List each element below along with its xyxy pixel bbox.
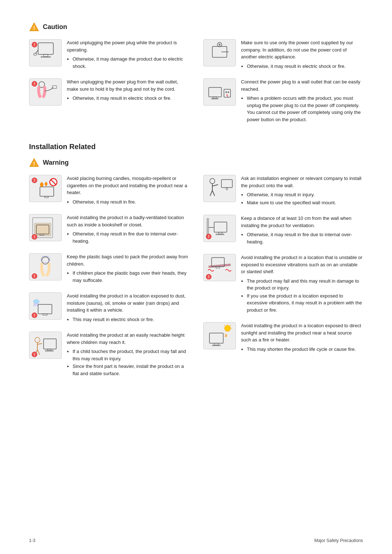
warn-1-bullet-0: Otherwise, it may result in fire. [73, 198, 189, 206]
warn-8-main: Avoid installing the product in a locati… [241, 322, 363, 344]
warning-item-2: ! Avoid installing the product in a badl… [29, 214, 189, 245]
svg-text:!: ! [34, 235, 35, 239]
warning-img-1: ! [29, 175, 62, 202]
svg-text:!: ! [33, 25, 35, 31]
svg-point-73 [225, 325, 230, 331]
warn-8-bullet-0: This may shorten the product life cycle … [247, 346, 363, 353]
warn-6-main: Avoid installing the product in a locati… [67, 292, 189, 314]
svg-text:!: ! [34, 82, 35, 86]
caution-1-bullet-0: Otherwise, it may damage the product due… [73, 56, 189, 70]
svg-text:!: ! [34, 178, 35, 182]
warning-img-7: ! [29, 332, 62, 359]
warning-text-5b: Avoid installing the product in a locati… [241, 254, 363, 314]
warning-img-5b: ! [203, 254, 236, 281]
caution-right-col: Make sure to use only the power cord sup… [203, 39, 363, 132]
warn-3-main: Keep the plastic bags used to pack the p… [67, 253, 189, 267]
warn-2-bullet-0: Otherwise, it may result in fire due to … [73, 230, 189, 245]
caution-columns: ! Avoid unplugging the power plug while … [29, 39, 363, 132]
warning-right-col: Ask an installation engineer or relevant… [203, 175, 363, 386]
svg-text:!: ! [33, 161, 35, 167]
svg-rect-54 [45, 350, 53, 351]
svg-rect-2 [38, 43, 53, 54]
svg-rect-78 [209, 333, 223, 343]
warning-text-6: Avoid installing the product in a locati… [67, 292, 189, 324]
svg-rect-52 [44, 339, 56, 349]
warn-4-bullet-1: Make sure to use the specified wall moun… [247, 199, 363, 206]
svg-text:!: ! [34, 353, 35, 357]
warn-4-main: Ask an installation engineer or relevant… [241, 175, 363, 189]
caution-icon: ! [29, 22, 39, 32]
warn-2-main: Avoid installing the product in a badly-… [67, 214, 189, 228]
warn-5-main: Keep a distance of at least 10 cm from t… [241, 215, 363, 229]
warning-item-8: Avoid installing the product in a locati… [203, 322, 363, 353]
svg-point-58 [210, 178, 215, 184]
warning-text-7: Avoid installing the product at an easil… [67, 332, 189, 378]
svg-rect-3 [44, 54, 48, 57]
warn-7-main: Avoid installing the product at an easil… [67, 332, 189, 346]
warning-item-3: ! Keep the plastic bags used to pack the… [29, 253, 189, 284]
svg-rect-44 [38, 304, 52, 314]
svg-rect-60 [226, 188, 228, 190]
svg-line-48 [36, 303, 36, 306]
warning-icon: ! [29, 157, 39, 168]
svg-rect-80 [212, 345, 220, 346]
caution-4-main: Connect the power plug to a wall outlet … [241, 78, 363, 93]
warning-item-1: ! Avoid placing burning candles, mosquit… [29, 175, 189, 206]
caution-item-4: Connect the power plug to a wall outlet … [203, 78, 363, 124]
svg-rect-62 [214, 222, 227, 232]
warn-5b-main: Avoid installing the product in a locati… [241, 254, 363, 275]
caution-text-3: Make sure to use only the power cord sup… [241, 39, 363, 70]
svg-rect-18 [209, 87, 221, 97]
caution-header: ! Caution [29, 22, 363, 32]
caution-item-1: ! Avoid unplugging the power plug while … [29, 39, 189, 70]
warn-4-bullet-0: Otherwise, it may result in injury. [247, 191, 363, 198]
svg-point-28 [40, 182, 43, 187]
warning-img-2: ! [29, 214, 62, 241]
svg-rect-4 [41, 57, 50, 57]
svg-line-77 [224, 325, 225, 326]
svg-point-55 [35, 337, 40, 342]
caution-item-2: ! When unplugging the power plug from th… [29, 78, 189, 106]
warning-header: ! Warning [29, 157, 363, 168]
svg-rect-20 [212, 98, 218, 99]
caution-1-main: Avoid unplugging the power plug while th… [67, 39, 189, 53]
svg-point-22 [225, 91, 227, 93]
warning-item-6: ! Avoid installing the product in a loca… [29, 292, 189, 324]
caution-item-3: Make sure to use only the power cord sup… [203, 39, 363, 70]
warning-text-5: Keep a distance of at least 10 cm from t… [241, 215, 363, 246]
warn-6-bullet-0: This may result in electric shock or fir… [73, 316, 189, 323]
svg-line-76 [230, 325, 231, 326]
warning-img-4 [203, 175, 236, 202]
footer: 1-3 Major Safety Precautions [29, 538, 363, 543]
warn-5-bullet-0: Otherwise, it may result in fire due to … [247, 231, 363, 245]
svg-line-47 [34, 303, 34, 306]
warn-5b-bullet-1: If you use the product in a location exp… [247, 292, 363, 314]
caution-title: Caution [43, 23, 67, 31]
caution-text-4: Connect the power plug to a wall outlet … [241, 78, 363, 124]
caution-text-1: Avoid unplugging the power plug while th… [67, 39, 189, 70]
warn-3-bullet-0: If children place the plastic bags over … [73, 270, 189, 284]
warning-text-1: Avoid placing burning candles, mosquito-… [67, 175, 189, 206]
warning-text-2: Avoid installing the product in a badly-… [67, 214, 189, 245]
footer-title: Major Safety Precautions [314, 538, 363, 543]
svg-text:!: ! [34, 43, 35, 47]
svg-point-29 [45, 182, 47, 186]
page-content: ! Caution ! [0, 0, 392, 422]
svg-rect-26 [40, 187, 54, 196]
warning-text-4: Ask an installation engineer or relevant… [241, 175, 363, 207]
warning-img-3: ! [29, 253, 62, 280]
caution-3-bullet-0: Otherwise, it may result in electric sho… [247, 63, 363, 70]
warning-columns: ! Avoid placing burning candles, mosquit… [29, 175, 363, 386]
warning-item-4: Ask an installation engineer or relevant… [203, 175, 363, 207]
warning-left-col: ! Avoid placing burning candles, mosquit… [29, 175, 189, 386]
caution-4-bullet-0: When a problem occurs with the product, … [247, 95, 363, 123]
footer-page: 1-3 [29, 538, 35, 543]
warning-title: Warning [43, 159, 69, 167]
warning-text-3: Keep the plastic bags used to pack the p… [67, 253, 189, 284]
caution-img-1: ! [29, 39, 62, 66]
warn-5b-bullet-0: The product may fall and this may result… [247, 278, 363, 292]
caution-left-col: ! Avoid unplugging the power plug while … [29, 39, 189, 132]
svg-line-31 [51, 180, 56, 185]
svg-rect-64 [216, 234, 224, 235]
svg-text:!: ! [34, 274, 35, 278]
